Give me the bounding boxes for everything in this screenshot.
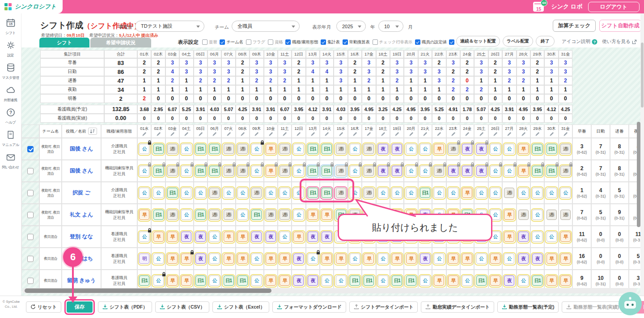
- shift-cell[interactable]: 公: [490, 166, 500, 176]
- edit-day-icon[interactable]: [310, 132, 315, 137]
- shift-cell[interactable]: 公: [532, 210, 542, 220]
- robot-calendar-icon[interactable]: 15 60: [533, 1, 546, 13]
- shift-cell[interactable]: 日1: [350, 275, 360, 286]
- shift-cell[interactable]: 日1: [322, 188, 332, 198]
- shift-cell[interactable]: 遅i: [364, 166, 374, 176]
- shift-cell[interactable]: 早: [504, 232, 514, 242]
- shift-cell[interactable]: 遅i: [336, 144, 346, 154]
- edit-day-icon[interactable]: [563, 132, 568, 137]
- edit-day-icon[interactable]: [366, 132, 371, 137]
- shift-cell[interactable]: 夜: [476, 166, 487, 176]
- shift-cell[interactable]: 公: [224, 188, 234, 198]
- shift-cell[interactable]: 夜: [293, 275, 304, 286]
- shift-cell[interactable]: 公: [350, 188, 360, 198]
- shift-cell[interactable]: 公: [181, 166, 191, 176]
- shift-cell[interactable]: 夜: [420, 254, 430, 264]
- shift-cell[interactable]: 日1: [547, 166, 557, 176]
- shift-cell[interactable]: 早: [560, 254, 571, 264]
- toolbar-button-シフト表（Excel）[interactable]: シフト表（Excel）: [212, 301, 269, 313]
- shift-cell[interactable]: 遅i: [518, 210, 529, 220]
- shift-cell[interactable]: 公: [504, 144, 514, 154]
- sidebar-item-マニュアル[interactable]: マニュアル: [2, 130, 19, 147]
- edit-day-icon[interactable]: [507, 132, 512, 137]
- shift-cell[interactable]: 公: [251, 144, 262, 154]
- checkbox-icon[interactable]: [415, 39, 420, 45]
- shift-cell[interactable]: 早: [434, 275, 444, 286]
- shift-cell[interactable]: 公: [209, 232, 220, 242]
- edit-day-icon[interactable]: [549, 132, 554, 137]
- shift-cell[interactable]: 早: [322, 254, 332, 264]
- shift-cell[interactable]: 日1: [532, 275, 542, 286]
- edit-day-icon[interactable]: [240, 132, 245, 137]
- display-checkbox-フラグ[interactable]: フラグ: [246, 39, 265, 45]
- shift-cell[interactable]: 遅i: [224, 166, 234, 176]
- staff-name[interactable]: 国後 さん: [70, 145, 93, 153]
- shift-cell[interactable]: 夜: [504, 275, 514, 286]
- shift-cell[interactable]: 日1: [392, 275, 402, 286]
- shift-cell[interactable]: 公: [406, 144, 416, 154]
- staff-name[interactable]: 択捉 ご: [72, 189, 90, 197]
- shift-cell[interactable]: 公: [139, 144, 149, 154]
- shift-cell[interactable]: 日1: [167, 188, 178, 198]
- shift-cell[interactable]: 公: [293, 188, 304, 198]
- page-scrollbar-thumb[interactable]: [641, 43, 644, 107]
- shift-cell[interactable]: 早: [462, 188, 472, 198]
- shift-cell[interactable]: 公: [153, 275, 164, 286]
- shift-cell[interactable]: 日1: [237, 275, 248, 286]
- shift-cell[interactable]: 早: [490, 275, 500, 286]
- shift-cell[interactable]: 早: [547, 275, 557, 286]
- sidebar-item-マスタ管理[interactable]: マスタ管理: [2, 63, 19, 80]
- shift-cell[interactable]: 公: [476, 188, 487, 198]
- checkbox-icon[interactable]: [285, 39, 291, 45]
- shift-cell[interactable]: 日1: [532, 144, 542, 154]
- edit-day-icon[interactable]: [324, 132, 329, 137]
- toolbar-button-フォーマットダウンロード[interactable]: フォーマットダウンロード: [272, 301, 346, 313]
- shift-cell[interactable]: 遅i: [209, 188, 220, 198]
- shift-cell[interactable]: 早: [266, 166, 276, 176]
- shift-cell[interactable]: 遅i: [224, 210, 234, 220]
- shift-cell[interactable]: 日1: [308, 166, 318, 176]
- shift-cell[interactable]: 早: [266, 144, 276, 154]
- staff-row-checkbox[interactable]: [27, 256, 34, 262]
- shift-cell[interactable]: 公: [195, 188, 206, 198]
- shift-cell[interactable]: 早: [448, 275, 458, 286]
- shift-cell[interactable]: 公: [280, 188, 290, 198]
- assistant-robot-avatar[interactable]: [618, 292, 642, 318]
- checkbox-icon[interactable]: [202, 39, 208, 45]
- shift-cell[interactable]: 公: [139, 166, 149, 176]
- end-button[interactable]: 終了: [536, 36, 555, 47]
- shift-cell[interactable]: 夜: [378, 144, 388, 154]
- sidebar-item-シフト[interactable]: 15シフト: [5, 18, 16, 35]
- edit-day-icon[interactable]: [296, 132, 301, 137]
- staff-row-checkbox[interactable]: [27, 278, 34, 284]
- shift-cell[interactable]: 遅i: [560, 166, 571, 176]
- shift-cell[interactable]: 遅i: [237, 144, 248, 154]
- shift-cell[interactable]: 日1: [420, 188, 430, 198]
- shift-cell[interactable]: 遅i: [266, 210, 276, 220]
- shift-cell[interactable]: 早: [560, 232, 571, 242]
- shift-cell[interactable]: 夜: [462, 144, 472, 154]
- checkbox-icon[interactable]: [449, 39, 454, 45]
- staff-name[interactable]: 礼文 よん: [70, 211, 93, 219]
- shift-cell[interactable]: 公: [406, 188, 416, 198]
- shift-cell[interactable]: 夜: [448, 166, 458, 176]
- shift-cell[interactable]: 早: [518, 144, 529, 154]
- shift-cell[interactable]: 遅i: [560, 144, 571, 154]
- shift-cell[interactable]: 公: [266, 188, 276, 198]
- shift-cell[interactable]: 日1: [547, 144, 557, 154]
- shift-cell[interactable]: 日1: [322, 144, 332, 154]
- shift-cell[interactable]: 早: [266, 254, 276, 264]
- shift-cell[interactable]: 夜: [251, 232, 262, 242]
- shift-cell[interactable]: 遅i: [280, 144, 290, 154]
- shift-cell[interactable]: 日1: [153, 210, 164, 220]
- shift-cell[interactable]: 公: [392, 188, 402, 198]
- checkbox-icon[interactable]: [246, 39, 251, 45]
- edit-day-icon[interactable]: [226, 132, 231, 137]
- shift-cell[interactable]: 遅i: [560, 210, 571, 220]
- sidebar-item-設定[interactable]: 設定: [6, 40, 16, 58]
- edit-day-icon[interactable]: [381, 132, 386, 137]
- edit-day-icon[interactable]: [451, 132, 456, 137]
- shift-cell[interactable]: 早: [224, 232, 234, 242]
- shift-cell[interactable]: 早: [280, 254, 290, 264]
- shift-cell[interactable]: 日1: [364, 275, 374, 286]
